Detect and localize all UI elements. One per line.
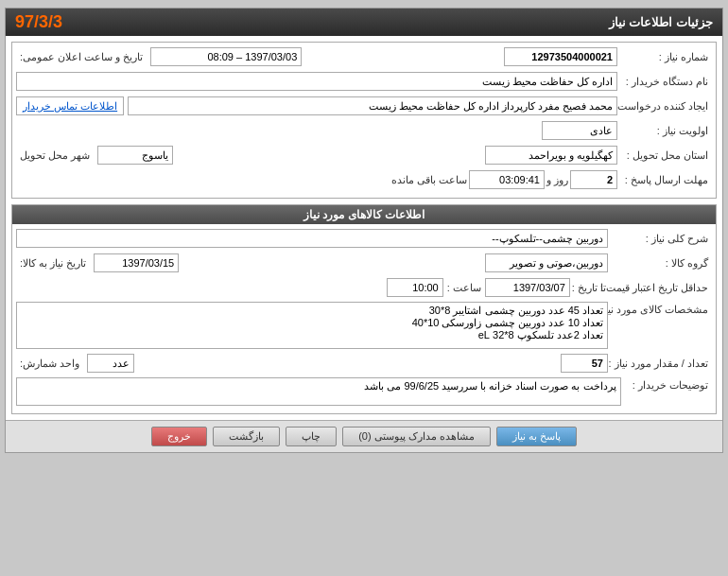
label-tedad: تعداد / مقدار مورد نیاز : (608, 358, 712, 370)
field-moshakhasat: تعداد 45 عدد دوربین چشمی اشتایبر 8*30 تع… (16, 302, 608, 349)
field-shahr: یاسوج (97, 146, 173, 165)
label-shomara: شماره نیاز : (617, 51, 712, 63)
label-creator: ایجاد کننده درخواست : (617, 100, 712, 113)
row-avvaliyat: اولویت نیاز : عادی (16, 120, 712, 141)
row-sharh: شرح کلی نیاز : دوربین چشمی--تلسکوپ-- (16, 228, 712, 249)
label-wahed: واحد شمارش: (16, 358, 83, 370)
label-ostan: استان محل تحویل : (617, 149, 712, 162)
field-tozihaat: پرداخت به صورت اسناد خزانه با سررسید 99/… (16, 377, 621, 406)
row-goroh: گروه کالا : دوربین،صوتی و تصویر 1397/03/… (16, 253, 712, 273)
row-creator: ایجاد کننده درخواست : محمد فصیح مفرد کار… (16, 96, 712, 116)
row-tedad: تعداد / مقدار مورد نیاز : 57 عدد واحد شم… (16, 353, 712, 374)
label-tozihaat: توضیحات خریدار : (621, 377, 712, 392)
field-avvaliyat: عادی (542, 121, 617, 140)
label-tarikh-niaz: تاریخ نیاز به کالا: (16, 257, 90, 270)
label-roz: روز و (545, 174, 570, 186)
field-ostan: کهگیلویه و بویراحمد (485, 146, 617, 165)
label-tarikh: تاریخ و ساعت اعلان عمومی: (16, 51, 147, 63)
field-dastgah: اداره کل حفاظت محیط زیست (16, 72, 617, 91)
btn-khoroj[interactable]: خروج (151, 427, 207, 446)
header-number: 97/3/3 (15, 12, 62, 32)
field-tedad: 57 (561, 354, 608, 373)
field-mohlet-saat: 03:09:41 (469, 170, 545, 189)
label-mohlet: مهلت ارسال پاسخ : (617, 174, 712, 186)
btn-pasokh[interactable]: پاسخ به نیاز (496, 427, 577, 446)
btn-moshahedeh[interactable]: مشاهده مدارک پیوستی (0) (342, 427, 491, 446)
field-tarikh-saat: 1397/03/03 – 08:09 (150, 47, 302, 66)
label-hadaqal: حداقل تاریخ اعتبار قیمت : (608, 282, 712, 294)
btn-chap[interactable]: چاپ (286, 427, 337, 446)
label-dastgah: نام دستگاه خریدار : (617, 76, 712, 88)
label-baqi: ساعت باقی مانده (390, 174, 469, 186)
field-creator: محمد فصیح مفرد کارپرداز اداره کل حفاظت م… (128, 96, 617, 115)
row-tozihaat: توضیحات خریدار : پرداخت به صورت اسناد خز… (16, 377, 712, 406)
row-moshakhasat: مشخصات کالای مورد نیاز : تعداد 45 عدد دو… (16, 302, 712, 349)
field-hadaqal-tarikh: 1397/03/07 (485, 278, 570, 297)
header-title: جزئیات اطلاعات نیاز (609, 15, 713, 29)
bottom-buttons: پاسخ به نیاز مشاهده مدارک پیوستی (0) چاپ… (6, 420, 722, 452)
row-dastgah: نام دستگاه خریدار : اداره کل حفاظت محیط … (16, 71, 712, 92)
row-shomara: شماره نیاز : 12973504000021 1397/03/03 –… (16, 46, 712, 67)
label-sharh: شرح کلی نیاز : (608, 233, 712, 245)
row-hadaqal: حداقل تاریخ اعتبار قیمت : تا تاریخ : 139… (16, 277, 712, 298)
label-moshakhasat: مشخصات کالای مورد نیاز : (608, 302, 712, 316)
contact-link[interactable]: اطلاعات تماس خریدار (16, 96, 124, 115)
field-mohlet-roz: 2 (570, 170, 617, 189)
row-ostan: استان محل تحویل : کهگیلویه و بویراحمد یا… (16, 145, 712, 166)
goods-section-header: اطلاعات کالاهای مورد نیاز (12, 205, 716, 224)
row-mohlet: مهلت ارسال پاسخ : 2 روز و 03:09:41 ساعت … (16, 169, 712, 190)
field-goroh: دوربین،صوتی و تصویر (485, 253, 608, 272)
header-bar: جزئیات اطلاعات نیاز 97/3/3 (6, 9, 722, 36)
label-saat: ساعت : (443, 282, 485, 294)
main-form-section: شماره نیاز : 12973504000021 1397/03/03 –… (11, 42, 717, 199)
label-ta-tarikh: تا تاریخ : (570, 282, 608, 294)
label-avvaliyat: اولویت نیاز : (617, 125, 712, 137)
btn-bazgasht[interactable]: بازگشت (213, 427, 280, 446)
field-hadaqal-saat: 10:00 (387, 278, 443, 297)
field-sharh: دوربین چشمی--تلسکوپ-- (16, 229, 608, 248)
label-shahr: شهر محل تحویل (16, 149, 94, 162)
field-tarikh-niaz: 1397/03/15 (94, 253, 179, 272)
field-shomara: 12973504000021 (504, 47, 617, 66)
field-wahed: عدد (87, 354, 134, 373)
goods-section: اطلاعات کالاهای مورد نیاز شرح کلی نیاز :… (11, 204, 717, 414)
label-goroh: گروه کالا : (608, 257, 712, 270)
